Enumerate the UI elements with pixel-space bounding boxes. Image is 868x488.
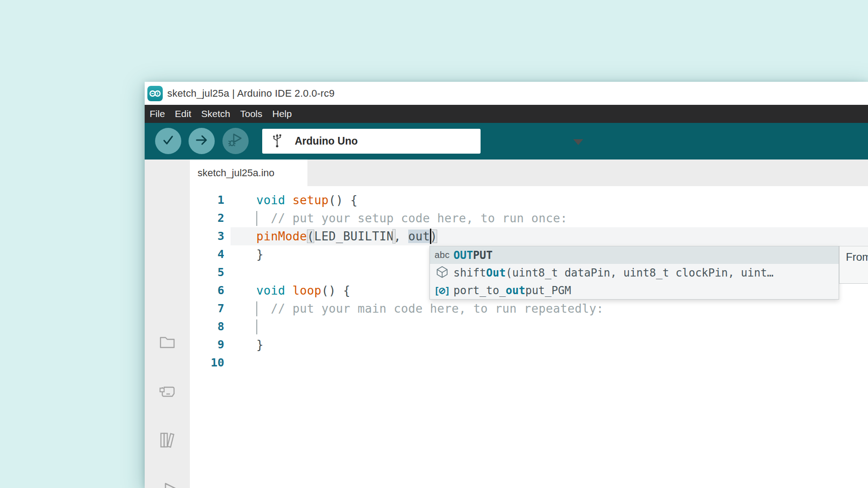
code-line-content[interactable] bbox=[231, 354, 868, 372]
verify-button[interactable] bbox=[155, 128, 181, 154]
code-token: } bbox=[256, 248, 264, 261]
upload-button[interactable] bbox=[189, 128, 215, 154]
indent-guide bbox=[256, 319, 257, 334]
line-number: 10 bbox=[190, 354, 231, 372]
doc-text: From bbox=[846, 251, 868, 263]
indent-guide bbox=[256, 301, 257, 316]
code-token bbox=[393, 230, 395, 243]
sidebar-item-library-manager[interactable] bbox=[158, 431, 176, 449]
suggestion-label-part: out bbox=[506, 284, 525, 297]
check-icon bbox=[161, 133, 175, 149]
suggestion-icon-cell: abc bbox=[430, 250, 450, 260]
menu-item-sketch[interactable]: Sketch bbox=[196, 105, 235, 123]
suggestion-item[interactable]: abcOUTPUT bbox=[430, 246, 839, 264]
menu-item-tools[interactable]: Tools bbox=[235, 105, 267, 123]
line-number: 1 bbox=[190, 191, 231, 209]
code-line[interactable]: 8 bbox=[190, 318, 868, 336]
code-token: setup bbox=[292, 193, 329, 207]
code-token: loop bbox=[292, 284, 321, 297]
cube-icon bbox=[436, 266, 448, 280]
code-token: () { bbox=[329, 193, 358, 207]
macro-icon: [⊘] bbox=[435, 285, 449, 296]
autocomplete-popup: abcOUTPUTshiftOut(uint8_t dataPin, uint8… bbox=[429, 246, 839, 300]
suggestion-label: port_to_output_PGM bbox=[453, 284, 571, 297]
board-icon bbox=[158, 394, 176, 402]
code-token: // put your setup code here, to run once… bbox=[256, 211, 567, 225]
arduino-logo-icon bbox=[147, 86, 163, 101]
tab-label: sketch_jul25a.ino bbox=[190, 160, 307, 186]
code-token: void bbox=[256, 284, 285, 297]
code-line[interactable]: 10 bbox=[190, 354, 868, 372]
code-token bbox=[285, 284, 292, 297]
tab-sketch-file[interactable]: sketch_jul25a.ino bbox=[190, 160, 307, 186]
code-line-content[interactable]: // put your main code here, to run repea… bbox=[231, 300, 868, 318]
sidebar-item-boards-manager[interactable] bbox=[158, 383, 176, 401]
code-token: , bbox=[394, 230, 408, 243]
menu-item-file[interactable]: File bbox=[145, 105, 170, 123]
suggestion-label-part: (uint8_t dataPin, uint8_t clockPin, uint… bbox=[506, 267, 774, 279]
arrow-right-icon bbox=[194, 133, 209, 149]
code-line[interactable]: 2 // put your setup code here, to run on… bbox=[190, 209, 868, 227]
board-selector-dropdown[interactable]: Arduino Uno bbox=[262, 129, 481, 154]
text-cursor bbox=[430, 229, 431, 244]
line-number: 9 bbox=[190, 336, 231, 354]
line-number: 8 bbox=[190, 318, 231, 336]
code-line-content[interactable]: } bbox=[231, 336, 868, 354]
code-line-content[interactable]: // put your setup code here, to run once… bbox=[231, 209, 868, 227]
activity-sidebar bbox=[145, 160, 190, 488]
line-number: 6 bbox=[190, 282, 231, 300]
suggestion-icon-cell bbox=[430, 266, 450, 280]
code-editor[interactable]: 1void setup() {2 // put your setup code … bbox=[190, 186, 868, 488]
suggestion-icon-cell: [⊘] bbox=[430, 285, 450, 296]
suggestion-label-part: Out bbox=[486, 267, 505, 279]
code-line-content[interactable]: pinMode(LED_BUILTIN, out) bbox=[231, 227, 868, 245]
arduino-ide-window: sketch_jul25a | Arduino IDE 2.0.0-rc9 Fi… bbox=[145, 82, 868, 488]
toolbar: Arduino Uno bbox=[145, 123, 868, 160]
indent-guide bbox=[256, 211, 257, 226]
menu-bar: FileEditSketchToolsHelp bbox=[145, 105, 868, 123]
suggestion-item[interactable]: shiftOut(uint8_t dataPin, uint8_t clockP… bbox=[430, 264, 839, 282]
sidebar-item-sketchbook[interactable] bbox=[158, 333, 176, 351]
line-number: 3 bbox=[190, 227, 231, 245]
line-number: 5 bbox=[190, 263, 231, 282]
suggestion-doc-panel: From bbox=[839, 246, 868, 284]
suggestion-item[interactable]: [⊘]port_to_output_PGM bbox=[430, 282, 839, 299]
line-number: 4 bbox=[190, 245, 231, 263]
title-bar[interactable]: sketch_jul25a | Arduino IDE 2.0.0-rc9 bbox=[145, 82, 868, 105]
selected-board-name: Arduino Uno bbox=[295, 135, 358, 147]
suggestion-label: OUTPUT bbox=[453, 249, 493, 262]
code-token: void bbox=[256, 193, 285, 207]
window-title: sketch_jul25a | Arduino IDE 2.0.0-rc9 bbox=[167, 88, 335, 99]
code-token: // put your main code here, to run repea… bbox=[256, 302, 604, 315]
code-line[interactable]: 1void setup() { bbox=[190, 191, 868, 209]
menu-item-help[interactable]: Help bbox=[267, 105, 297, 123]
sidebar-item-debug[interactable] bbox=[158, 481, 176, 488]
code-line[interactable]: 7 // put your main code here, to run rep… bbox=[190, 300, 868, 318]
debug-button[interactable] bbox=[222, 128, 249, 154]
abc-icon: abc bbox=[434, 250, 450, 260]
usb-icon bbox=[271, 133, 283, 150]
suggestion-label-part: OUT bbox=[453, 249, 473, 262]
code-token: LED_BUILTIN bbox=[314, 230, 394, 243]
debug-icon bbox=[227, 132, 244, 150]
code-token: } bbox=[256, 338, 264, 352]
suggestion-label-part: PUT bbox=[473, 249, 492, 262]
editor-tab-strip: sketch_jul25a.ino bbox=[190, 160, 868, 186]
code-token: out bbox=[408, 230, 430, 243]
code-line-content[interactable]: void setup() { bbox=[231, 191, 868, 209]
code-token: () { bbox=[321, 284, 350, 297]
code-token: pinMode bbox=[256, 230, 307, 243]
line-number: 7 bbox=[190, 300, 231, 318]
code-line-content[interactable] bbox=[231, 318, 868, 336]
suggestion-label-part: put_PGM bbox=[525, 284, 571, 297]
menu-item-edit[interactable]: Edit bbox=[170, 105, 196, 123]
code-token: ( bbox=[307, 230, 314, 243]
code-token bbox=[285, 193, 292, 207]
code-line[interactable]: 9} bbox=[190, 336, 868, 354]
suggestion-label-part: port_to_ bbox=[453, 284, 506, 297]
suggestion-label: shiftOut(uint8_t dataPin, uint8_t clockP… bbox=[453, 267, 774, 279]
suggestion-label-part: shift bbox=[453, 267, 486, 279]
code-line[interactable]: 3pinMode(LED_BUILTIN, out) bbox=[190, 227, 868, 245]
library-icon bbox=[158, 444, 178, 452]
line-number: 2 bbox=[190, 209, 231, 227]
